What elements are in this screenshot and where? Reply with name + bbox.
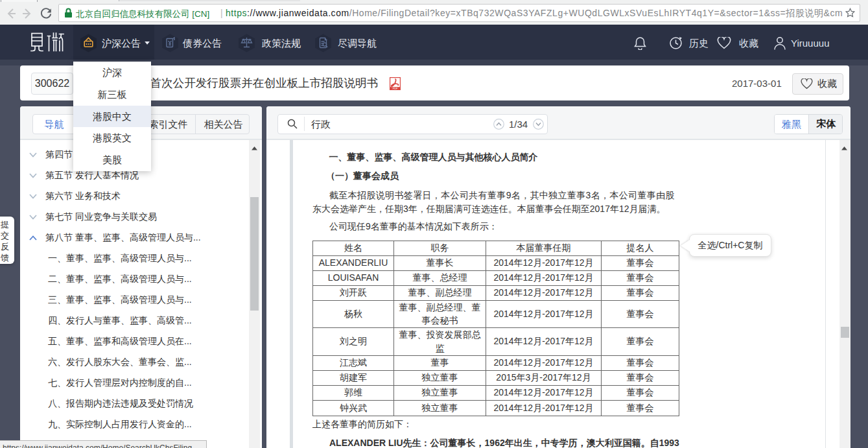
svg-text:PDF: PDF	[393, 88, 398, 90]
